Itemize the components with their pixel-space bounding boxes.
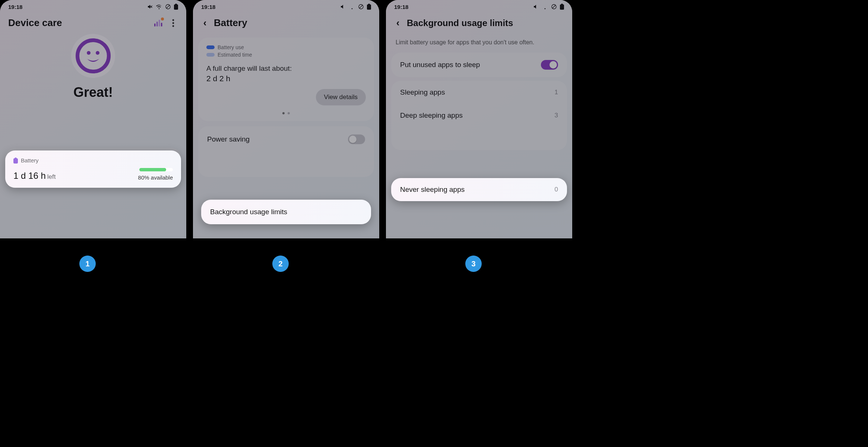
battery-time: 1 d 16 h	[13, 171, 46, 181]
svg-rect-14	[13, 158, 18, 164]
background-usage-limits-row[interactable]: Background usage limits	[201, 200, 371, 224]
legend-swatch-use	[206, 45, 215, 49]
battery-icon	[560, 4, 564, 10]
deep-sleeping-apps-row[interactable]: Deep sleeping apps 3	[391, 104, 567, 127]
mute-icon	[340, 4, 346, 10]
no-sim-icon	[165, 4, 171, 10]
no-sim-icon	[358, 4, 364, 10]
svg-line-1	[167, 5, 170, 8]
no-sim-icon	[551, 4, 557, 10]
screen-battery: 19:18 ‹ Battery Battery use Estimated ti…	[193, 0, 379, 238]
deep-sleeping-apps-label: Deep sleeping apps	[400, 111, 463, 120]
health-status-text: Great!	[73, 85, 113, 100]
more-menu-icon[interactable]	[168, 18, 178, 28]
put-to-sleep-label: Put unused apps to sleep	[400, 61, 480, 69]
step-badge-2: 2	[272, 256, 289, 272]
page-title: Device care	[8, 17, 148, 29]
status-time: 19:18	[201, 4, 215, 10]
never-sleeping-apps-row[interactable]: Never sleeping apps 0	[391, 178, 567, 201]
screen-device-care: 19:18 Device care	[0, 0, 186, 238]
status-bar: 19:18	[0, 0, 186, 13]
status-icons	[340, 4, 371, 10]
legend-estimated: Estimated time	[218, 52, 252, 58]
svg-line-17	[359, 5, 362, 8]
sleeping-apps-count: 1	[555, 89, 558, 96]
screen-bg-usage-limits: 19:18 ‹ Background usage limits Limit ba…	[386, 0, 572, 238]
header: Device care	[0, 13, 186, 32]
status-time: 19:18	[394, 4, 408, 10]
power-saving-row[interactable]: Power saving	[198, 126, 374, 152]
step-badge-3: 3	[465, 256, 482, 272]
put-to-sleep-group: Put unused apps to sleep	[391, 53, 567, 77]
svg-rect-19	[368, 4, 370, 5]
svg-point-10	[172, 25, 174, 27]
battery-card[interactable]: Battery 1 d 16 hleft 80% available	[5, 150, 181, 188]
status-bar: 19:18	[193, 0, 379, 13]
svg-rect-4	[154, 23, 156, 26]
wifi-icon	[349, 4, 355, 10]
battery-chart-card[interactable]: Battery use Estimated time A full charge…	[198, 38, 374, 121]
back-icon[interactable]: ‹	[394, 17, 402, 29]
page-subtext: Limit battery usage for apps that you do…	[386, 32, 572, 49]
mute-icon	[533, 4, 539, 10]
status-icons	[147, 4, 178, 10]
tutorial-stage: 19:18 Device care	[0, 0, 572, 291]
svg-rect-6	[159, 20, 160, 26]
status-time: 19:18	[8, 4, 22, 10]
svg-point-11	[77, 40, 109, 72]
svg-point-9	[172, 22, 174, 24]
status-bar: 19:18	[386, 0, 572, 13]
battery-options-group: Power saving .	[198, 126, 374, 177]
power-saving-toggle[interactable]	[348, 134, 365, 144]
bg-limits-label: Background usage limits	[210, 208, 287, 216]
put-to-sleep-row[interactable]: Put unused apps to sleep	[391, 53, 567, 77]
power-saving-label: Power saving	[207, 135, 250, 143]
svg-rect-2	[174, 4, 178, 10]
battery-icon	[367, 4, 371, 10]
svg-rect-18	[367, 4, 371, 10]
view-details-button[interactable]: View details	[316, 89, 366, 105]
notification-dot	[161, 18, 164, 20]
chart-legend: Battery use Estimated time	[206, 44, 366, 58]
sleep-categories-group: Sleeping apps 1 Deep sleeping apps 3 ..	[391, 81, 567, 150]
chart-desc: A full charge will last about:	[206, 64, 366, 73]
legend-swatch-est	[206, 53, 215, 57]
legend-battery-use: Battery use	[218, 44, 244, 50]
step-badge-1: 1	[79, 256, 96, 272]
battery-icon	[174, 4, 178, 10]
back-icon[interactable]: ‹	[201, 17, 209, 29]
header: ‹ Background usage limits	[386, 13, 572, 32]
svg-point-13	[96, 51, 99, 55]
svg-rect-3	[175, 4, 177, 5]
sleeping-apps-label: Sleeping apps	[400, 88, 445, 96]
svg-rect-5	[156, 22, 158, 26]
battery-time-suffix: left	[47, 173, 56, 180]
svg-rect-23	[561, 4, 563, 5]
battery-percent: 80% available	[138, 174, 173, 181]
battery-progress	[139, 168, 173, 171]
status-icons	[533, 4, 564, 10]
page-title: Background usage limits	[407, 18, 564, 28]
health-summary: Great!	[0, 34, 186, 100]
wifi-icon	[542, 4, 548, 10]
battery-label: Battery	[21, 157, 39, 164]
svg-rect-22	[560, 4, 564, 10]
battery-card-icon	[13, 158, 18, 164]
smiley-icon	[71, 34, 115, 78]
chart-pager[interactable]	[206, 112, 366, 114]
never-sleeping-apps-label: Never sleeping apps	[400, 186, 465, 194]
page-title: Battery	[214, 17, 371, 29]
svg-rect-15	[15, 158, 17, 159]
svg-rect-7	[161, 23, 162, 26]
svg-point-8	[172, 19, 174, 21]
sleeping-apps-row[interactable]: Sleeping apps 1	[391, 81, 567, 104]
wifi-icon	[156, 4, 162, 10]
put-to-sleep-toggle[interactable]	[541, 60, 558, 70]
svg-point-12	[87, 51, 91, 55]
mute-icon	[147, 4, 153, 10]
deep-sleeping-apps-count: 3	[555, 112, 558, 119]
never-sleeping-apps-count: 0	[555, 186, 558, 193]
chart-estimate: 2 d 2 h	[206, 74, 366, 83]
usage-graph-icon[interactable]	[153, 18, 163, 28]
header: ‹ Battery	[193, 13, 379, 32]
